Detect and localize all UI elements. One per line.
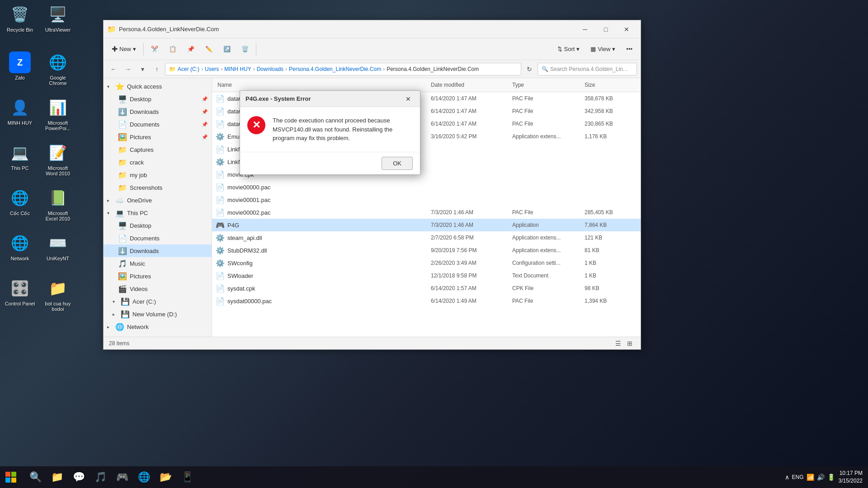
delete-button[interactable]: 🗑️	[237, 43, 253, 55]
delete-icon: 🗑️	[241, 46, 249, 52]
file-name-cell: 📄 movie00001.pac	[216, 196, 429, 204]
sidebar-item-acer-c[interactable]: ▾ 💾 Acer (C:)	[104, 295, 212, 308]
desktop-icon-minh-huy[interactable]: 👤 MINH HUY	[2, 95, 38, 127]
sidebar-item-captures[interactable]: 📁 Captures	[104, 143, 212, 156]
sidebar-item-pc-music[interactable]: 🎵 Music	[104, 257, 212, 270]
desktop-icon-chrome[interactable]: 🌐 Google Chrome	[40, 50, 76, 88]
new-volume-label: New Volume (D:)	[132, 311, 177, 318]
taskbar-search-button[interactable]: 🔍	[25, 467, 45, 487]
desktop-icon-word[interactable]: 📝 Microsoft Word 2010	[40, 140, 76, 178]
sidebar-this-pc[interactable]: ▾ 💻 This PC	[104, 206, 212, 219]
col-header-date[interactable]: Date modified	[429, 80, 510, 90]
col-header-size[interactable]: Size	[583, 80, 637, 90]
up-button[interactable]: ↑	[151, 63, 163, 75]
taskbar-spotify-button[interactable]: 🎵	[90, 467, 110, 487]
file-row[interactable]: 📄 SWloader 12/1/2018 9:58 PM Text Docume…	[212, 269, 641, 282]
ok-button[interactable]: OK	[382, 157, 413, 170]
sidebar-pc-desktop-icon: 🖥️	[118, 221, 127, 230]
taskbar-app-button[interactable]: 📱	[177, 467, 197, 487]
file-row-p4g[interactable]: 🎮 P4G 7/3/2020 1:46 AM Application 7,864…	[212, 219, 641, 231]
sidebar-item-pictures[interactable]: 🖼️ Pictures 📌	[104, 131, 212, 143]
paste-button[interactable]: 📌	[183, 43, 199, 55]
sidebar-item-my-job[interactable]: 📁 my job	[104, 169, 212, 181]
breadcrumb-persona-folder[interactable]: Persona.4.Golden_LinkNeverDie.Com	[289, 66, 381, 72]
battery-icon[interactable]: 🔋	[827, 474, 835, 481]
sidebar-item-pc-desktop[interactable]: 🖥️ Desktop	[104, 219, 212, 232]
file-row[interactable]: 📄 movie00001.pac	[212, 193, 641, 206]
sidebar-item-documents[interactable]: 📄 Documents 📌	[104, 118, 212, 131]
desktop-icon-bot-folder[interactable]: 📁 bot cua huy bodoi	[40, 276, 76, 314]
taskbar-clock[interactable]: 10:17 PM 3/15/2022	[839, 469, 863, 485]
wifi-icon[interactable]: 📶	[807, 474, 814, 481]
grid-view-button[interactable]: ⊞	[624, 338, 635, 348]
file-row[interactable]: 📄 movie00002.pac 7/3/2020 1:46 AM PAC Fi…	[212, 206, 641, 219]
breadcrumb-downloads[interactable]: Downloads	[257, 66, 283, 72]
sidebar-item-pc-videos[interactable]: 🎬 Videos	[104, 282, 212, 295]
dialog-close-button[interactable]: ✕	[402, 93, 415, 105]
taskbar-chrome-button[interactable]: 🌐	[134, 467, 154, 487]
taskbar-steam-button[interactable]: 🎮	[112, 467, 132, 487]
file-row[interactable]: 📄 sysdat00000.pac 6/14/2020 1:49 AM PAC …	[212, 295, 641, 307]
desktop-icon-unikey[interactable]: ⌨️ UniKeyNT	[40, 230, 76, 263]
sidebar-quick-access[interactable]: ▾ ⭐ Quick access	[104, 80, 212, 93]
new-button[interactable]: ✚ New ▾	[107, 42, 141, 56]
sidebar-item-crack[interactable]: 📁 crack	[104, 156, 212, 169]
rename-button[interactable]: ✏️	[201, 43, 217, 55]
desktop-icon-ppt[interactable]: 📊 Microsoft PowerPoi...	[40, 95, 76, 133]
copy-button[interactable]: 📋	[165, 43, 181, 55]
file-size: 1,176 KB	[583, 133, 637, 140]
breadcrumb-minh-huy[interactable]: MINH HUY	[224, 66, 251, 72]
view-button[interactable]: ▦ View ▾	[586, 43, 620, 55]
breadcrumb-bar[interactable]: 📁 Acer (C:) › Users › MINH HUY › Downloa…	[165, 63, 521, 75]
sidebar-item-new-volume[interactable]: ▸ 💾 New Volume (D:)	[104, 308, 212, 320]
file-row[interactable]: 📄 sysdat.cpk 6/14/2020 1:57 AM CPK File …	[212, 282, 641, 295]
breadcrumb-users[interactable]: Users	[205, 66, 219, 72]
chevron-up-icon[interactable]: ∧	[785, 474, 789, 481]
back-button[interactable]: ←	[107, 63, 120, 75]
sidebar-onedrive[interactable]: ▸ ☁️ OneDrive	[104, 194, 212, 206]
desktop-icon-this-pc[interactable]: 💻 This PC	[2, 140, 38, 173]
more-button[interactable]: •••	[622, 43, 637, 55]
desktop-icon-recycle-bin[interactable]: 🗑️ Recycle Bin	[2, 2, 38, 34]
breadcrumb-acer[interactable]: Acer (C:)	[178, 66, 199, 72]
forward-button[interactable]: →	[122, 63, 134, 75]
maximize-button[interactable]: □	[595, 22, 616, 37]
file-row[interactable]: ⚙️ StubDRM32.dll 9/20/2019 7:56 PM Appli…	[212, 244, 641, 257]
desktop-icon-excel[interactable]: 📗 Microsoft Excel 2010	[40, 185, 76, 223]
desktop-icon-network[interactable]: 🌐 Network	[2, 230, 38, 263]
taskbar-file-explorer-button[interactable]: 📁	[47, 467, 67, 487]
file-type: PAC File	[510, 298, 583, 304]
start-button[interactable]	[0, 466, 22, 488]
file-date: 6/14/2020 1:47 AM	[429, 108, 510, 114]
sidebar-item-pc-downloads[interactable]: ⬇️ Downloads	[104, 244, 212, 257]
refresh-button[interactable]: ↻	[523, 63, 536, 75]
this-pc-label: This PC	[11, 165, 28, 171]
minimize-button[interactable]: ─	[575, 22, 595, 37]
sort-icon: ⇅	[557, 46, 562, 52]
file-row[interactable]: ⚙️ SWconfig 2/26/2020 3:49 AM Configurat…	[212, 257, 641, 269]
recent-button[interactable]: ▾	[136, 63, 149, 75]
col-header-name[interactable]: Name	[216, 80, 429, 90]
volume-icon[interactable]: 🔊	[817, 474, 825, 481]
taskbar-chat-button[interactable]: 💬	[69, 467, 89, 487]
desktop-icon-zalo[interactable]: Z Zalo	[2, 50, 38, 82]
file-row[interactable]: 📄 movie00000.pac	[212, 181, 641, 193]
sidebar-item-desktop[interactable]: 🖥️ Desktop 📌	[104, 93, 212, 105]
desktop-icon-control-panel[interactable]: 🎛️ Control Panel	[2, 276, 38, 308]
col-header-type[interactable]: Type	[510, 80, 583, 90]
file-row[interactable]: ⚙️ steam_api.dll 2/7/2020 6:58 PM Applic…	[212, 231, 641, 244]
sidebar-item-pc-documents[interactable]: 📄 Documents	[104, 232, 212, 244]
cut-button[interactable]: ✂️	[146, 43, 163, 55]
taskbar-folder-button[interactable]: 📂	[156, 467, 175, 487]
sidebar-network[interactable]: ▸ 🌐 Network	[104, 320, 212, 333]
close-button[interactable]: ✕	[616, 22, 637, 37]
share-button[interactable]: ↗️	[219, 43, 235, 55]
sidebar-item-pc-pictures[interactable]: 🖼️ Pictures	[104, 270, 212, 282]
sidebar-item-downloads[interactable]: ⬇️ Downloads 📌	[104, 105, 212, 118]
search-box[interactable]: 🔍 Search Persona.4.Golden_Lin...	[538, 63, 637, 75]
sort-button[interactable]: ⇅ Sort ▾	[553, 43, 585, 55]
desktop-icon-coc-coc[interactable]: 🌐 Cốc Cốc	[2, 185, 38, 218]
list-view-button[interactable]: ☰	[613, 338, 623, 348]
desktop-icon-ultraviewer[interactable]: 🖥️ UltraViewer	[40, 2, 76, 34]
sidebar-item-screenshots[interactable]: 📁 Screenshots	[104, 181, 212, 194]
